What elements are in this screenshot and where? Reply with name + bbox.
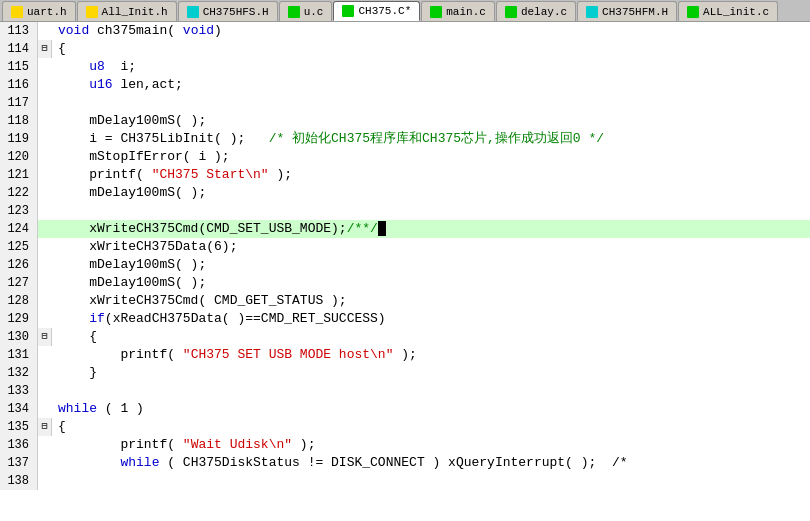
- line-content: mDelay100mS( );: [52, 274, 810, 292]
- tab-icon: [86, 6, 98, 18]
- tab-label: CH375HFM.H: [602, 6, 668, 18]
- tab-label: CH375HFS.H: [203, 6, 269, 18]
- line-number: 115: [0, 58, 38, 76]
- tab-label: ALL_init.c: [703, 6, 769, 18]
- line-content: mStopIfError( i );: [52, 148, 810, 166]
- tab-main-c[interactable]: main.c: [421, 1, 495, 21]
- code-line-116: 116 u16 len,act;: [0, 76, 810, 94]
- tab-icon: [288, 6, 300, 18]
- code-line-138: 138: [0, 472, 810, 490]
- line-content: printf( "CH375 Start\n" );: [52, 166, 810, 184]
- code-line-115: 115 u8 i;: [0, 58, 810, 76]
- line-content: if(xReadCH375Data( )==CMD_RET_SUCCESS): [52, 310, 810, 328]
- line-number: 138: [0, 472, 38, 490]
- tab-u-c[interactable]: u.c: [279, 1, 333, 21]
- code-line-123: 123: [0, 202, 810, 220]
- code-line-131: 131 printf( "CH375 SET USB MODE host\n" …: [0, 346, 810, 364]
- tab-label: uart.h: [27, 6, 67, 18]
- tab-bar: uart.hAll_Init.hCH375HFS.Hu.cCH375.C*mai…: [0, 0, 810, 22]
- code-line-117: 117: [0, 94, 810, 112]
- line-number: 134: [0, 400, 38, 418]
- code-line-121: 121 printf( "CH375 Start\n" );: [0, 166, 810, 184]
- line-content: printf( "Wait Udisk\n" );: [52, 436, 810, 454]
- line-number: 129: [0, 310, 38, 328]
- line-content: i = CH375LibInit( ); /* 初始化CH375程序库和CH37…: [52, 130, 810, 148]
- code-line-132: 132 }: [0, 364, 810, 382]
- code-line-120: 120 mStopIfError( i );: [0, 148, 810, 166]
- tab-CH375HFS-H[interactable]: CH375HFS.H: [178, 1, 278, 21]
- line-number: 117: [0, 94, 38, 112]
- fold-marker[interactable]: ⊟: [38, 40, 52, 58]
- line-content: mDelay100mS( );: [52, 256, 810, 274]
- tab-All-Init-h[interactable]: All_Init.h: [77, 1, 177, 21]
- line-content: xWriteCH375Cmd( CMD_GET_STATUS );: [52, 292, 810, 310]
- tab-icon: [505, 6, 517, 18]
- line-number: 133: [0, 382, 38, 400]
- tab-delay-c[interactable]: delay.c: [496, 1, 576, 21]
- line-number: 131: [0, 346, 38, 364]
- line-number: 114: [0, 40, 38, 58]
- line-content: xWriteCH375Cmd(CMD_SET_USB_MODE);/**/: [52, 220, 810, 238]
- code-line-135: 135⊟{: [0, 418, 810, 436]
- line-content: void ch375main( void): [52, 22, 810, 40]
- line-content: while ( 1 ): [52, 400, 810, 418]
- line-content: while ( CH375DiskStatus != DISK_CONNECT …: [52, 454, 810, 472]
- tab-ALL-init-c[interactable]: ALL_init.c: [678, 1, 778, 21]
- tab-icon: [187, 6, 199, 18]
- line-content: {: [52, 328, 810, 346]
- line-content: mDelay100mS( );: [52, 112, 810, 130]
- code-line-133: 133: [0, 382, 810, 400]
- tab-CH375-C-[interactable]: CH375.C*: [333, 1, 420, 21]
- line-content: u16 len,act;: [52, 76, 810, 94]
- line-content: u8 i;: [52, 58, 810, 76]
- tab-CH375HFM-H[interactable]: CH375HFM.H: [577, 1, 677, 21]
- tab-icon: [586, 6, 598, 18]
- line-number: 113: [0, 22, 38, 40]
- line-number: 136: [0, 436, 38, 454]
- line-content: mDelay100mS( );: [52, 184, 810, 202]
- code-line-136: 136 printf( "Wait Udisk\n" );: [0, 436, 810, 454]
- code-line-122: 122 mDelay100mS( );: [0, 184, 810, 202]
- tab-label: main.c: [446, 6, 486, 18]
- code-line-129: 129 if(xReadCH375Data( )==CMD_RET_SUCCES…: [0, 310, 810, 328]
- line-number: 127: [0, 274, 38, 292]
- code-line-125: 125 xWriteCH375Data(6);: [0, 238, 810, 256]
- line-content: xWriteCH375Data(6);: [52, 238, 810, 256]
- tab-icon: [687, 6, 699, 18]
- tab-icon: [342, 5, 354, 17]
- code-line-114: 114⊟{: [0, 40, 810, 58]
- line-content: }: [52, 364, 810, 382]
- line-number: 128: [0, 292, 38, 310]
- tab-icon: [430, 6, 442, 18]
- code-line-137: 137 while ( CH375DiskStatus != DISK_CONN…: [0, 454, 810, 472]
- tab-label: u.c: [304, 6, 324, 18]
- text-cursor: [378, 221, 386, 236]
- line-number: 135: [0, 418, 38, 436]
- line-number: 119: [0, 130, 38, 148]
- tab-label: delay.c: [521, 6, 567, 18]
- line-content: {: [52, 418, 810, 436]
- code-line-124: 124 xWriteCH375Cmd(CMD_SET_USB_MODE);/**…: [0, 220, 810, 238]
- line-number: 137: [0, 454, 38, 472]
- line-content: printf( "CH375 SET USB MODE host\n" );: [52, 346, 810, 364]
- line-number: 118: [0, 112, 38, 130]
- code-line-113: 113void ch375main( void): [0, 22, 810, 40]
- code-line-128: 128 xWriteCH375Cmd( CMD_GET_STATUS );: [0, 292, 810, 310]
- line-number: 120: [0, 148, 38, 166]
- tab-label: CH375.C*: [358, 5, 411, 17]
- line-content: {: [52, 40, 810, 58]
- tab-label: All_Init.h: [102, 6, 168, 18]
- fold-marker[interactable]: ⊟: [38, 328, 52, 346]
- line-number: 124: [0, 220, 38, 238]
- tab-uart-h[interactable]: uart.h: [2, 1, 76, 21]
- line-number: 123: [0, 202, 38, 220]
- line-number: 130: [0, 328, 38, 346]
- code-line-126: 126 mDelay100mS( );: [0, 256, 810, 274]
- line-number: 132: [0, 364, 38, 382]
- code-line-127: 127 mDelay100mS( );: [0, 274, 810, 292]
- code-area: 113void ch375main( void)114⊟{115 u8 i;11…: [0, 22, 810, 521]
- fold-marker[interactable]: ⊟: [38, 418, 52, 436]
- line-number: 116: [0, 76, 38, 94]
- line-number: 122: [0, 184, 38, 202]
- line-number: 126: [0, 256, 38, 274]
